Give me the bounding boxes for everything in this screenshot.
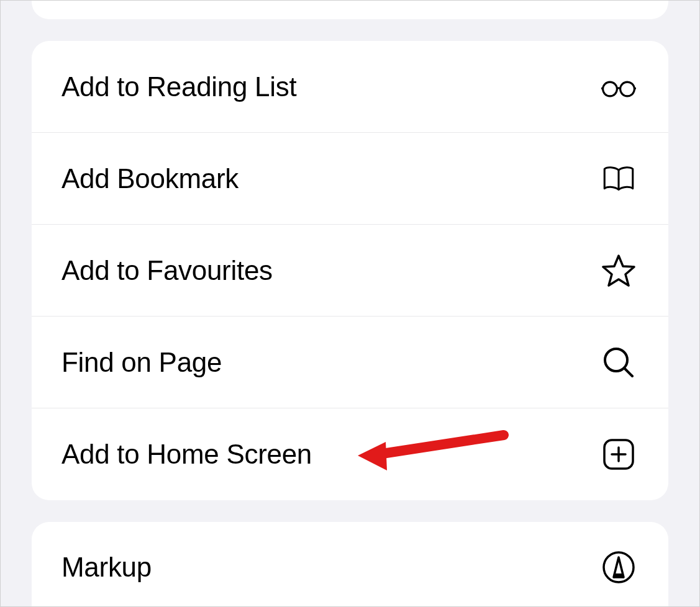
- search-icon: [599, 343, 639, 382]
- find-on-page-label: Find on Page: [61, 347, 222, 378]
- star-icon: [599, 251, 639, 290]
- svg-point-0: [603, 82, 617, 96]
- menu-section-main: Add to Reading List Add Bookmark Add to …: [32, 41, 668, 500]
- markup-item[interactable]: Markup: [32, 522, 668, 607]
- menu-section-above: [32, 0, 668, 19]
- glasses-icon: [599, 67, 639, 107]
- add-to-reading-list-item[interactable]: Add to Reading List: [32, 41, 668, 133]
- add-to-home-screen-label: Add to Home Screen: [61, 439, 312, 470]
- add-to-favourites-item[interactable]: Add to Favourites: [32, 225, 668, 317]
- markup-label: Markup: [61, 552, 152, 583]
- add-to-home-screen-item[interactable]: Add to Home Screen: [32, 408, 668, 500]
- add-to-reading-list-label: Add to Reading List: [61, 71, 296, 102]
- add-to-favourites-label: Add to Favourites: [61, 255, 273, 286]
- add-bookmark-item[interactable]: Add Bookmark: [32, 133, 668, 225]
- plus-app-icon: [599, 434, 639, 474]
- add-bookmark-label: Add Bookmark: [61, 163, 239, 194]
- markup-icon: [599, 547, 639, 587]
- find-on-page-item[interactable]: Find on Page: [32, 317, 668, 408]
- book-icon: [599, 159, 639, 199]
- menu-section-bottom: Markup: [32, 522, 668, 607]
- svg-point-1: [620, 82, 635, 96]
